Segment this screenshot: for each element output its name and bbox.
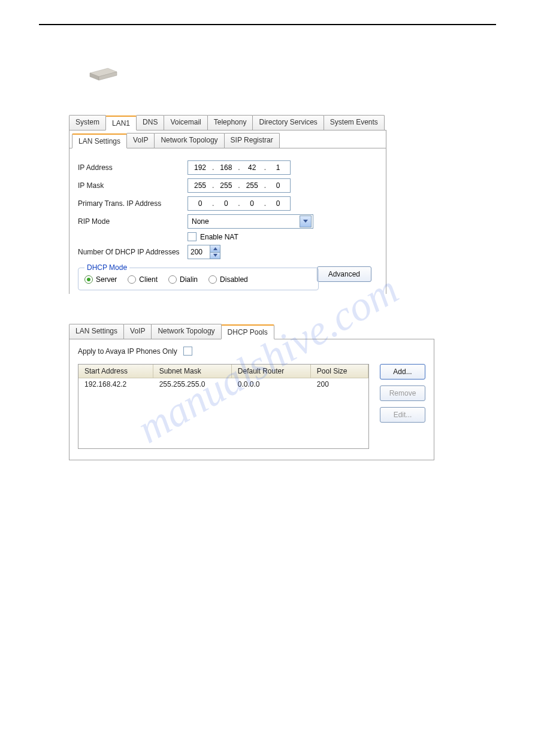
svg-marker-5 [213, 254, 217, 257]
fieldset-dhcp-mode: DHCP Mode Server Client Dialin [78, 268, 319, 290]
subtab-sip-registrar[interactable]: SIP Registrar [224, 133, 280, 148]
radio-server-label: Server [96, 275, 117, 284]
label-ip-mask: IP Mask [78, 181, 183, 190]
subtab2-network-topology[interactable]: Network Topology [151, 324, 221, 339]
dhcp-pools-table: Start Address Subnet Mask Default Router… [78, 364, 369, 449]
device-icon [84, 61, 120, 85]
cell-default-router: 0.0.0.0 [231, 378, 310, 391]
select-rip-mode[interactable]: None [188, 214, 313, 229]
tab-lan1[interactable]: LAN1 [105, 116, 137, 130]
checkbox-enable-nat[interactable] [188, 232, 197, 241]
advanced-button[interactable]: Advanced [317, 266, 371, 282]
ip-mask-oct4[interactable] [267, 180, 289, 192]
subtab2-voip[interactable]: VoIP [123, 324, 152, 339]
col-subnet-mask[interactable]: Subnet Mask [153, 365, 231, 378]
radio-server[interactable]: Server [84, 275, 117, 284]
ip-address-oct1[interactable] [189, 162, 211, 174]
tab-system[interactable]: System [69, 115, 106, 130]
input-primary-trans[interactable]: . . . [188, 196, 291, 211]
subtab-network-topology[interactable]: Network Topology [154, 133, 224, 148]
radio-disabled[interactable]: Disabled [208, 275, 248, 284]
cell-pool-size: 200 [310, 378, 368, 391]
subtab-lan-settings[interactable]: LAN Settings [72, 133, 127, 148]
radio-disabled-label: Disabled [220, 275, 248, 284]
label-enable-nat: Enable NAT [200, 233, 238, 241]
label-primary-trans: Primary Trans. IP Address [78, 199, 183, 208]
radio-client-label: Client [139, 275, 158, 284]
svg-marker-4 [213, 247, 217, 250]
edit-button[interactable]: Edit... [380, 407, 425, 423]
rip-mode-dropdown-button[interactable] [300, 215, 312, 227]
tab-voicemail[interactable]: Voicemail [164, 115, 207, 130]
top-rule [39, 24, 496, 25]
primary-trans-oct1[interactable] [189, 198, 211, 210]
legend-dhcp-mode: DHCP Mode [84, 263, 129, 272]
table-row[interactable]: 192.168.42.2 255.255.255.0 0.0.0.0 200 [78, 378, 368, 391]
subtab2-lan-settings[interactable]: LAN Settings [69, 324, 124, 339]
cell-subnet-mask: 255.255.255.0 [153, 378, 231, 391]
ip-mask-oct1[interactable] [189, 180, 211, 192]
col-pool-size[interactable]: Pool Size [310, 365, 368, 378]
ip-address-oct2[interactable] [215, 162, 237, 174]
label-rip-mode: RIP Mode [78, 217, 183, 226]
chevron-down-icon [213, 254, 217, 257]
top-tab-row: System LAN1 DNS Voicemail Telephony Dire… [69, 115, 496, 130]
label-ip-address: IP Address [78, 163, 183, 172]
checkbox-apply-avaya[interactable] [183, 347, 192, 356]
radio-dialin-label: Dialin [180, 275, 198, 284]
subtab-voip[interactable]: VoIP [126, 133, 155, 148]
ip-mask-oct3[interactable] [241, 180, 263, 192]
num-dhcp-value[interactable] [188, 245, 210, 259]
label-num-dhcp: Number Of DHCP IP Addresses [78, 248, 183, 256]
chevron-down-icon [303, 220, 308, 223]
tab-directory-services[interactable]: Directory Services [252, 115, 324, 130]
radio-dialin[interactable]: Dialin [168, 275, 198, 284]
ip-address-oct4[interactable] [267, 162, 289, 174]
primary-trans-oct2[interactable] [215, 198, 237, 210]
chevron-up-icon [213, 247, 217, 250]
tab-dns[interactable]: DNS [136, 115, 164, 130]
input-ip-mask[interactable]: . . . [188, 178, 291, 193]
primary-trans-oct4[interactable] [267, 198, 289, 210]
add-button[interactable]: Add... [380, 364, 425, 379]
subtab2-dhcp-pools[interactable]: DHCP Pools [221, 324, 274, 339]
input-ip-address[interactable]: . . . [188, 160, 291, 175]
remove-button[interactable]: Remove [380, 385, 425, 401]
tab-telephony[interactable]: Telephony [207, 115, 253, 130]
rip-mode-value: None [192, 217, 209, 226]
cell-start-address: 192.168.42.2 [78, 378, 153, 391]
num-dhcp-down[interactable] [210, 253, 220, 259]
ip-address-oct3[interactable] [241, 162, 263, 174]
radio-client[interactable]: Client [128, 275, 158, 284]
col-default-router[interactable]: Default Router [231, 365, 310, 378]
svg-marker-3 [303, 220, 308, 223]
primary-trans-oct3[interactable] [241, 198, 263, 210]
tab-system-events[interactable]: System Events [324, 115, 385, 130]
label-apply-avaya: Apply to Avaya IP Phones Only [78, 347, 177, 356]
ip-mask-oct2[interactable] [215, 180, 237, 192]
num-dhcp-up[interactable] [210, 245, 220, 253]
col-start-address[interactable]: Start Address [78, 365, 153, 378]
input-num-dhcp[interactable] [188, 245, 220, 259]
